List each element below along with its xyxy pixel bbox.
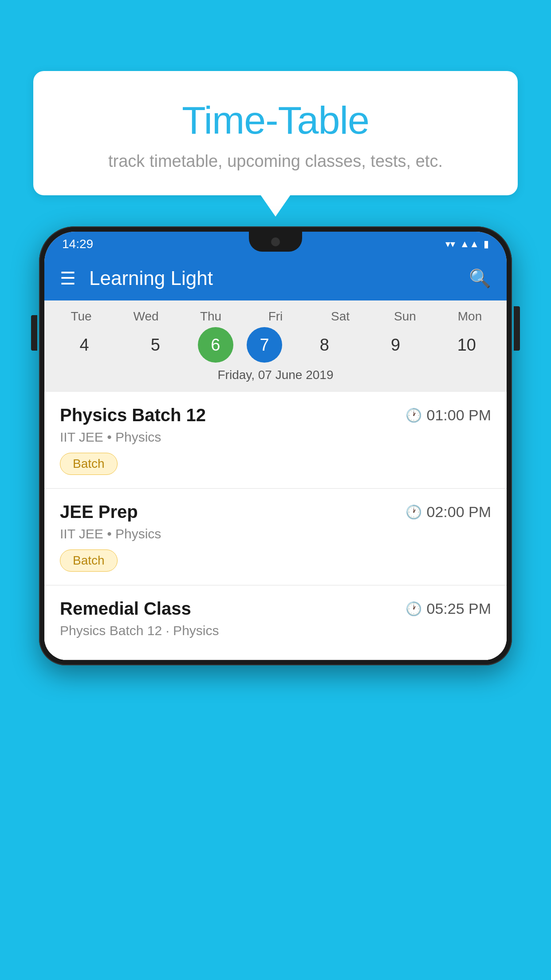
day-header-wed: Wed [117,309,175,324]
schedule-item-1[interactable]: Physics Batch 12 🕐 01:00 PM IIT JEE • Ph… [44,392,507,489]
schedule-item-2-title: JEE Prep [60,502,138,522]
day-header-sat: Sat [311,309,369,324]
schedule-item-3-header: Remedial Class 🕐 05:25 PM [60,599,491,619]
batch-badge-2: Batch [60,549,118,572]
wifi-icon: ▾▾ [445,238,455,250]
schedule-item-1-time: 🕐 01:00 PM [405,407,491,424]
bubble-subtitle: track timetable, upcoming classes, tests… [51,152,500,171]
status-icons: ▾▾ ▲▲ ▮ [445,238,489,250]
day-header-fri: Fri [247,309,304,324]
day-headers: Tue Wed Thu Fri Sat Sun Mon [49,309,502,324]
day-9[interactable]: 9 [367,327,425,363]
camera-dot [271,237,280,246]
clock-icon-2: 🕐 [405,504,422,520]
status-bar: 14:29 ▾▾ ▲▲ ▮ [44,232,507,256]
day-10[interactable]: 10 [438,327,496,363]
signal-icon: ▲▲ [460,238,479,250]
notch [249,232,302,252]
bubble-title: Time-Table [51,98,500,143]
side-button-right [514,306,520,351]
battery-icon: ▮ [484,238,489,250]
schedule-item-3-subtitle: Physics Batch 12 · Physics [60,623,491,638]
hamburger-icon[interactable]: ☰ [60,268,76,288]
status-time: 14:29 [62,237,93,251]
schedule-item-3-time: 🕐 05:25 PM [405,600,491,617]
speech-bubble-container: Time-Table track timetable, upcoming cla… [33,71,518,195]
day-6-today[interactable]: 6 [198,327,233,363]
schedule-item-1-header: Physics Batch 12 🕐 01:00 PM [60,405,491,425]
schedule-item-2-subtitle: IIT JEE • Physics [60,526,491,541]
speech-bubble: Time-Table track timetable, upcoming cla… [33,71,518,195]
schedule-item-2-header: JEE Prep 🕐 02:00 PM [60,502,491,522]
schedule-item-1-title: Physics Batch 12 [60,405,206,425]
phone-wrapper: 14:29 ▾▾ ▲▲ ▮ ☰ Learning Light 🔍 Tu [39,226,512,980]
day-header-sun: Sun [376,309,434,324]
app-title: Learning Light [89,267,469,289]
day-header-tue: Tue [52,309,110,324]
app-bar: ☰ Learning Light 🔍 [44,256,507,300]
schedule-item-3-title: Remedial Class [60,599,191,619]
phone-outer: 14:29 ▾▾ ▲▲ ▮ ☰ Learning Light 🔍 Tu [39,226,512,665]
day-8[interactable]: 8 [295,327,353,363]
search-icon[interactable]: 🔍 [469,268,491,289]
batch-badge-1: Batch [60,453,118,475]
clock-icon-1: 🕐 [405,407,422,423]
schedule-item-2[interactable]: JEE Prep 🕐 02:00 PM IIT JEE • Physics Ba… [44,489,507,585]
day-5[interactable]: 5 [126,327,184,363]
schedule-list: Physics Batch 12 🕐 01:00 PM IIT JEE • Ph… [44,392,507,660]
schedule-item-1-subtitle: IIT JEE • Physics [60,430,491,445]
day-header-thu: Thu [182,309,240,324]
schedule-item-2-time: 🕐 02:00 PM [405,503,491,521]
side-button-left [31,315,37,351]
day-4[interactable]: 4 [55,327,113,363]
day-7-selected[interactable]: 7 [247,327,282,363]
day-numbers: 4 5 6 7 8 9 10 [49,327,502,363]
selected-date-label: Friday, 07 June 2019 [49,368,502,387]
phone-screen: 14:29 ▾▾ ▲▲ ▮ ☰ Learning Light 🔍 Tu [44,232,507,660]
calendar-strip: Tue Wed Thu Fri Sat Sun Mon 4 5 6 7 8 9 … [44,300,507,392]
clock-icon-3: 🕐 [405,601,422,616]
day-header-mon: Mon [441,309,499,324]
schedule-item-3[interactable]: Remedial Class 🕐 05:25 PM Physics Batch … [44,585,507,660]
